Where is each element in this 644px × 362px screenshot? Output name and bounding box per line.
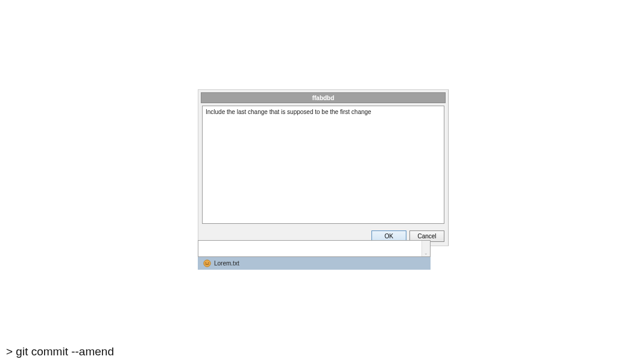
file-panel: ⌄ Lorem.txt (198, 240, 431, 270)
terminal-command: > git commit --amend (6, 345, 114, 358)
svg-point-1 (205, 262, 206, 264)
command-text: > git commit --amend (6, 345, 114, 358)
svg-point-0 (204, 260, 210, 267)
dialog-title-bar: ffabdbd (201, 92, 446, 103)
scrollbar-hint: ⌄ (421, 241, 430, 256)
modified-file-icon (203, 259, 211, 267)
svg-point-2 (208, 262, 209, 264)
filter-input[interactable]: ⌄ (198, 240, 431, 257)
file-name-label: Lorem.txt (214, 260, 239, 267)
file-row[interactable]: Lorem.txt (198, 257, 431, 270)
commit-dialog: ffabdbd OK Cancel (198, 89, 449, 246)
commit-hash: ffabdbd (312, 95, 335, 101)
commit-message-input[interactable] (202, 106, 444, 224)
